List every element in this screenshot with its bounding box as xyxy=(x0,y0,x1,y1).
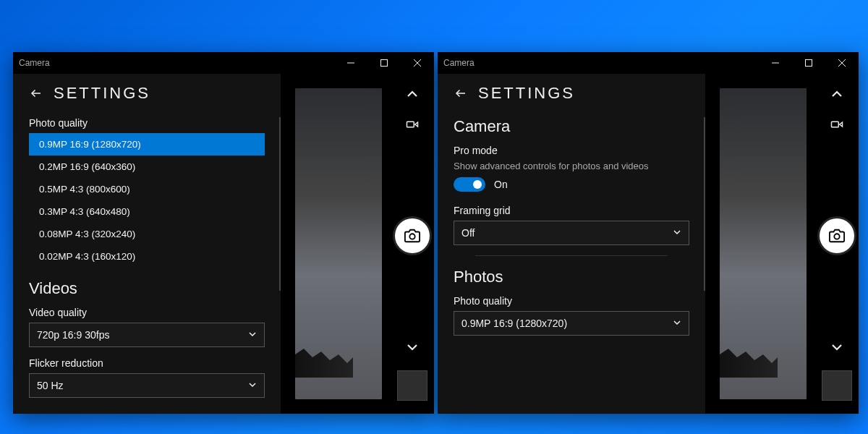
video-quality-dropdown[interactable]: 720p 16:9 30fps xyxy=(29,323,265,347)
shutter-button[interactable] xyxy=(395,218,430,253)
divider xyxy=(475,255,668,256)
close-button[interactable] xyxy=(825,52,859,74)
minimize-button[interactable] xyxy=(334,52,367,74)
settings-panel: SETTINGS Camera Pro mode Show advanced c… xyxy=(438,74,705,414)
framing-grid-dropdown[interactable]: Off xyxy=(454,221,689,245)
photo-quality-option[interactable]: 0.5MP 4:3 (800x600) xyxy=(29,178,265,200)
camera-heading: Camera xyxy=(454,117,689,136)
pro-mode-label: Pro mode xyxy=(454,145,689,156)
svg-point-15 xyxy=(834,234,839,239)
camera-preview xyxy=(295,88,382,399)
scrollbar[interactable] xyxy=(279,117,281,291)
settings-title: SETTINGS xyxy=(478,84,575,103)
photo-quality-option[interactable]: 0.02MP 4:3 (160x120) xyxy=(29,245,265,268)
window-title: Camera xyxy=(443,58,475,68)
maximize-button[interactable] xyxy=(367,52,401,74)
flicker-reduction-label: Flicker reduction xyxy=(29,357,265,369)
chevron-down-icon xyxy=(673,227,681,239)
shutter-button[interactable] xyxy=(820,218,854,253)
chevron-down-icon[interactable] xyxy=(830,340,844,354)
flicker-reduction-dropdown[interactable]: 50 Hz xyxy=(29,373,265,398)
svg-rect-5 xyxy=(407,122,414,127)
photo-quality-option[interactable]: 0.08MP 4:3 (320x240) xyxy=(29,223,265,245)
chevron-down-icon xyxy=(673,318,681,329)
chevron-up-icon[interactable] xyxy=(830,87,844,101)
videos-heading: Videos xyxy=(29,279,265,298)
camera-rail xyxy=(391,74,434,414)
maximize-button[interactable] xyxy=(792,52,825,74)
close-button[interactable] xyxy=(401,52,434,74)
settings-panel: SETTINGS Photo quality 0.9MP 16:9 (1280x… xyxy=(13,74,281,414)
chevron-down-icon[interactable] xyxy=(405,340,420,354)
chevron-down-icon xyxy=(248,329,257,341)
chevron-up-icon[interactable] xyxy=(405,87,420,101)
pro-mode-state: On xyxy=(494,179,508,190)
photo-quality-option[interactable]: 0.9MP 16:9 (1280x720) xyxy=(29,133,265,156)
photo-quality-option[interactable]: 0.3MP 4:3 (640x480) xyxy=(29,200,265,223)
photo-quality-dropdown[interactable]: 0.9MP 16:9 (1280x720) xyxy=(454,311,689,336)
titlebar: Camera xyxy=(13,52,434,74)
last-capture-thumbnail[interactable] xyxy=(397,370,427,401)
last-capture-thumbnail[interactable] xyxy=(822,370,852,401)
framing-grid-value: Off xyxy=(461,227,475,239)
scrollbar[interactable] xyxy=(704,117,705,291)
minimize-button[interactable] xyxy=(759,52,792,74)
settings-title: SETTINGS xyxy=(54,84,150,103)
photo-quality-label: Photo quality xyxy=(454,295,689,307)
video-mode-icon[interactable] xyxy=(830,117,844,132)
pro-mode-sublabel: Show advanced controls for photos and vi… xyxy=(454,161,689,171)
photo-quality-option[interactable]: 0.2MP 16:9 (640x360) xyxy=(29,156,265,178)
titlebar: Camera xyxy=(438,52,859,74)
photo-quality-value: 0.9MP 16:9 (1280x720) xyxy=(461,318,567,329)
svg-rect-9 xyxy=(806,60,812,67)
camera-rail xyxy=(815,74,859,414)
chevron-down-icon xyxy=(248,380,257,391)
video-mode-icon[interactable] xyxy=(405,117,420,132)
flicker-reduction-value: 50 Hz xyxy=(37,380,64,391)
svg-rect-13 xyxy=(832,122,839,127)
back-arrow-icon[interactable] xyxy=(454,86,468,101)
photos-heading: Photos xyxy=(454,268,689,286)
window-title: Camera xyxy=(19,58,50,68)
camera-window-left: Camera SETTINGS Photo quality 0.9MP 16:9… xyxy=(13,52,434,414)
svg-marker-14 xyxy=(840,122,843,127)
pro-mode-toggle[interactable] xyxy=(454,177,485,192)
video-quality-label: Video quality xyxy=(29,307,265,318)
svg-point-7 xyxy=(409,234,414,239)
camera-window-right: Camera SETTINGS Camera Pro mode Show adv… xyxy=(438,52,859,414)
back-arrow-icon[interactable] xyxy=(29,86,43,101)
framing-grid-label: Framing grid xyxy=(454,205,689,216)
video-quality-value: 720p 16:9 30fps xyxy=(37,329,109,341)
svg-rect-1 xyxy=(381,60,388,67)
photo-quality-label: Photo quality xyxy=(29,117,265,129)
svg-marker-6 xyxy=(415,122,418,127)
camera-preview xyxy=(720,88,807,399)
photo-quality-options-list: 0.9MP 16:9 (1280x720) 0.2MP 16:9 (640x36… xyxy=(29,133,265,268)
